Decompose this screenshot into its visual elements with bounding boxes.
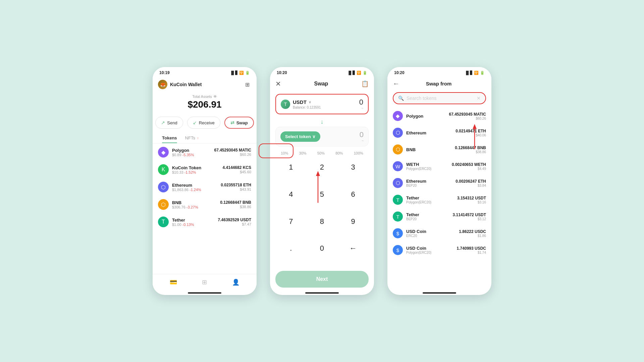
key-2[interactable]: 2 <box>307 159 338 176</box>
phone2-wrapper: 10:20 ▐▌▊ 🛜 🔋 ✕ Swap 📋 T <box>270 67 374 295</box>
clear-icon[interactable]: ✕ <box>477 96 481 101</box>
from-token-section[interactable]: T USDT ∨ Balance: 0.123591 0 ~ <box>275 94 369 114</box>
token-price: $0.89 -5.35% <box>172 153 211 157</box>
key-8[interactable]: 8 <box>307 213 338 230</box>
key-1[interactable]: 1 <box>275 159 307 176</box>
key-0[interactable]: 0 <box>307 240 338 257</box>
token-info: Ethereum $1,863.86 -1.24% <box>172 183 217 192</box>
list-item[interactable]: W WETH Polygon(ERC20) 0.00240653 WETH $4… <box>387 158 491 175</box>
token-name: Polygon <box>406 114 445 119</box>
wallet-nav-icon[interactable]: 💳 <box>169 278 178 287</box>
pct-30[interactable]: 30% <box>299 151 307 155</box>
list-item[interactable]: ⬡ Ethereum BEP20 0.00206247 ETH $3.84 <box>387 175 491 191</box>
list-item[interactable]: K KuCoin Token $10.33 -1.52% 4.4144682 K… <box>153 161 257 178</box>
search-box[interactable]: 🔍 Search tokens ✕ <box>393 92 486 104</box>
battery-icon: 🔋 <box>245 71 250 75</box>
key-9[interactable]: 9 <box>337 213 369 230</box>
to-token-section: Select token ∨ 0 ~ <box>275 127 369 146</box>
token-info: BNB $306.76 -3.27% <box>172 200 217 209</box>
list-item[interactable]: ◆ Polygon $0.89 -5.35% 67.45293045 MATIC… <box>153 143 257 161</box>
phone3-wrapper: 10:20 ▐▌▊ 🛜 🔋 ← Swap from 🔍 Search token… <box>387 67 491 295</box>
p3-token-list: ◆ Polygon 67.45293045 MATIC $60.26 ⬡ Eth… <box>387 108 491 290</box>
token-name: Ethereum <box>406 179 452 184</box>
token-info: WETH Polygon(ERC20) <box>406 162 448 171</box>
token-amount: 67.45293045 MATIC <box>214 148 251 153</box>
token-name: BNB <box>172 200 217 205</box>
backspace-key[interactable]: ← <box>337 240 369 257</box>
next-button[interactable]: Next <box>275 271 369 288</box>
token-right: 3.11414572 USDT $3.12 <box>453 213 486 221</box>
token-name: Ethereum <box>406 130 452 135</box>
list-item[interactable]: ⬡ BNB 0.12668447 BNB $38.86 <box>387 141 491 158</box>
swap-icon: ⇄ <box>230 120 234 125</box>
swap-from-title: Swap from <box>426 81 452 86</box>
token-icon: K <box>158 164 169 175</box>
token-icon: T <box>393 212 403 222</box>
phone3: 10:20 ▐▌▊ 🛜 🔋 ← Swap from 🔍 Search token… <box>387 67 491 295</box>
token-price: $306.76 -3.27% <box>172 205 217 209</box>
token-amount: 0.00240653 WETH <box>452 162 486 167</box>
token-sub: BEP20 <box>406 184 452 187</box>
search-placeholder: Search tokens <box>407 96 474 101</box>
token-list: ◆ Polygon $0.89 -5.35% 67.45293045 MATIC… <box>153 143 257 274</box>
list-item[interactable]: ⬡ Ethereum $1,863.86 -1.24% 0.02355718 E… <box>153 178 257 196</box>
key-7[interactable]: 7 <box>275 213 307 230</box>
list-item[interactable]: T Tether BEP20 3.11414572 USDT $3.12 <box>387 208 491 225</box>
qr-icon[interactable]: ⊞ <box>243 80 251 88</box>
token-name: Polygon <box>172 148 211 153</box>
list-item[interactable]: $ USD Coin ERC20 1.86222 USDC $1.86 <box>387 225 491 242</box>
list-item[interactable]: ⬡ Ethereum 0.02149471 ETH $40.06 <box>387 124 491 141</box>
tab-tokens[interactable]: Tokens <box>158 133 181 143</box>
list-item[interactable]: ⬡ BNB $306.76 -3.27% 0.12668447 BNB $38.… <box>153 196 257 213</box>
select-token-button[interactable]: Select token ∨ <box>280 131 320 142</box>
token-amount: 0.02149471 ETH <box>455 129 486 133</box>
token-usd: $3.84 <box>455 184 486 187</box>
receive-icon: ↙ <box>193 120 197 125</box>
list-item[interactable]: ◆ Polygon 67.45293045 MATIC $60.26 <box>387 108 491 124</box>
token-right: 0.12668447 BNB $38.86 <box>455 145 486 154</box>
back-button[interactable]: ← <box>393 80 399 87</box>
close-button[interactable]: ✕ <box>275 80 281 88</box>
pct-50[interactable]: 50% <box>317 151 325 155</box>
token-amount: 0.12668447 BNB <box>220 200 251 205</box>
eye-icon[interactable]: 👁 <box>213 95 217 99</box>
send-button[interactable]: ↗ Send <box>155 117 183 129</box>
receive-button[interactable]: ↙ Receive <box>187 117 220 129</box>
history-icon[interactable]: 📋 <box>361 80 369 87</box>
token-change: -1.52% <box>184 170 196 174</box>
token-price: $10.33 -1.52% <box>172 170 219 174</box>
token-right: 0.00206247 ETH $3.84 <box>455 179 486 187</box>
key-6[interactable]: 6 <box>337 186 369 203</box>
key-3[interactable]: 3 <box>337 159 369 176</box>
profile-nav-icon[interactable]: 👤 <box>231 278 240 287</box>
swap-title: Swap <box>314 81 328 87</box>
wallet-name: KuCoin Wallet <box>170 82 202 87</box>
swap-button[interactable]: ⇄ Swap <box>224 117 254 129</box>
from-amount: 0 <box>359 98 363 107</box>
avatar: 🦊 <box>158 80 167 89</box>
tab-nfts[interactable]: NFTs ↑ <box>181 133 203 143</box>
list-item[interactable]: $ USD Coin Polygon(ERC20) 1.740993 USDC … <box>387 242 491 258</box>
token-change: -5.35% <box>182 153 194 157</box>
key-5[interactable]: 5 <box>307 186 338 203</box>
home-indicator-2 <box>305 292 339 294</box>
token-icon: $ <box>393 245 403 255</box>
chevron-down-icon: ∨ <box>312 134 316 139</box>
list-item[interactable]: T Tether Polygon(ERC20) 3.154312 USDT $3… <box>387 191 491 208</box>
pct-10[interactable]: 10% <box>281 151 288 155</box>
token-change: -1.24% <box>190 188 201 192</box>
token-name: BNB <box>406 147 451 152</box>
pct-100[interactable]: 100% <box>354 151 363 155</box>
token-name: Tether <box>406 195 454 200</box>
key-.[interactable]: . <box>275 240 307 257</box>
home-indicator-3 <box>423 292 456 294</box>
apps-nav-icon[interactable]: ⊞ <box>200 278 209 287</box>
token-usd: $7.47 <box>218 222 251 226</box>
token-amount: 3.154312 USDT <box>457 196 486 200</box>
percentage-row: 10% 30% 50% 80% 100% <box>270 149 374 157</box>
key-4[interactable]: 4 <box>275 186 307 203</box>
from-token-left: T USDT ∨ Balance: 0.123591 <box>281 99 321 109</box>
token-right: 7.46392529 USDT $7.47 <box>218 218 251 226</box>
list-item[interactable]: T Tether $1.00 -0.13% 7.46392529 USDT $7… <box>153 213 257 231</box>
pct-80[interactable]: 80% <box>335 151 343 155</box>
